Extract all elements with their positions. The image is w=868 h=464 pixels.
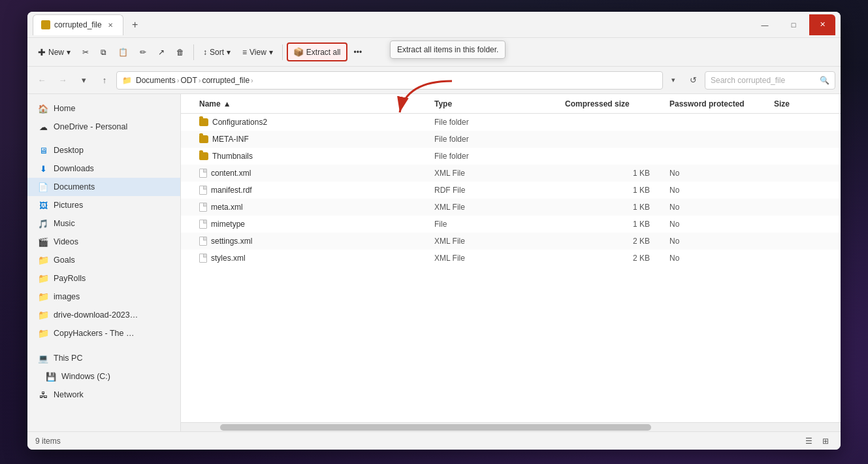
- breadcrumb-sep-3: ›: [251, 76, 253, 84]
- network-icon: 🖧: [38, 389, 48, 400]
- breadcrumb-item-1[interactable]: Documents: [136, 76, 176, 85]
- file-compressed-cell: 1 KB: [565, 220, 669, 229]
- file-type-cell: File folder: [434, 152, 565, 161]
- window-controls: — □ ✕: [752, 14, 835, 35]
- sort-icon: ↕: [203, 48, 207, 57]
- table-row[interactable]: settings.xml XML File 2 KB No: [181, 233, 841, 250]
- extract-all-button[interactable]: 📦 Extract all: [287, 42, 347, 61]
- sidebar-item-videos[interactable]: 🎬 Videos 📌: [27, 233, 180, 251]
- address-bar: ← → ▾ ↑ 📁 Documents › ODT › corrupted_fi…: [27, 67, 841, 94]
- table-row[interactable]: META-INF File folder: [181, 131, 841, 148]
- file-password-cell: No: [669, 220, 774, 229]
- table-row[interactable]: styles.xml XML File 2 KB No: [181, 250, 841, 267]
- sidebar-item-network[interactable]: 🖧 Network: [27, 386, 180, 404]
- table-row[interactable]: manifest.rdf RDF File 1 KB No: [181, 182, 841, 199]
- sidebar-item-pictures[interactable]: 🖼 Pictures 📌: [27, 196, 180, 214]
- file-type-cell: XML File: [434, 203, 565, 212]
- address-dropdown[interactable]: ▾: [666, 71, 681, 90]
- sort-button[interactable]: ↕ Sort ▾: [198, 44, 236, 60]
- delete-button[interactable]: 🗑: [171, 44, 189, 60]
- sort-dropdown-icon: ▾: [227, 48, 231, 57]
- sidebar-item-downloads[interactable]: ⬇ Downloads 📌: [27, 159, 180, 178]
- sidebar-item-onedrive[interactable]: ☁ OneDrive - Personal: [27, 118, 180, 136]
- search-bar[interactable]: Search corrupted_file 🔍: [705, 71, 835, 90]
- file-type-cell: File folder: [434, 135, 565, 144]
- file-icon: [199, 220, 207, 229]
- extract-icon: 📦: [293, 47, 304, 57]
- maximize-button[interactable]: □: [780, 14, 807, 35]
- sidebar-item-goals[interactable]: 📁 Goals 📌: [27, 251, 180, 269]
- recent-button[interactable]: ▾: [74, 71, 93, 90]
- scrollbar-thumb[interactable]: [220, 424, 651, 431]
- col-size-header[interactable]: Size: [774, 99, 835, 108]
- col-name-header[interactable]: Name ▲: [186, 99, 434, 108]
- file-password-cell: No: [669, 169, 774, 178]
- file-name-cell: Thumbnails: [186, 152, 434, 161]
- new-tab-button[interactable]: +: [126, 16, 144, 34]
- table-row[interactable]: Configurations2 File folder: [181, 114, 841, 131]
- file-name-cell: meta.xml: [186, 203, 434, 212]
- new-button[interactable]: ✚ New ▾: [33, 44, 76, 61]
- extract-all-label: Extract all: [306, 48, 341, 57]
- documents-icon: 📄: [38, 182, 48, 192]
- sidebar-item-home[interactable]: 🏠 Home: [27, 99, 180, 118]
- sidebar: 🏠 Home ☁ OneDrive - Personal 🖥 Desktop 📌…: [27, 94, 181, 431]
- close-window-button[interactable]: ✕: [809, 14, 835, 35]
- title-bar: corrupted_file ✕ + — □ ✕: [27, 12, 841, 38]
- col-type-header[interactable]: Type: [434, 99, 565, 108]
- paste-button[interactable]: 📋: [113, 44, 133, 60]
- file-type-cell: XML File: [434, 169, 565, 178]
- table-row[interactable]: content.xml XML File 1 KB No: [181, 165, 841, 182]
- sidebar-item-copyhackers[interactable]: 📁 CopyHackers - The Convers: [27, 324, 180, 342]
- grid-view-toggle[interactable]: ⊞: [818, 435, 833, 448]
- rename-button[interactable]: ✏: [135, 44, 152, 60]
- payrolls-folder-icon: 📁: [38, 273, 48, 284]
- refresh-button[interactable]: ↺: [684, 71, 702, 90]
- sidebar-item-drive-download[interactable]: 📁 drive-download-20230724T: [27, 306, 180, 324]
- list-view-icon: ☰: [805, 437, 812, 446]
- view-toggle-group: ☰ ⊞: [801, 435, 833, 448]
- sort-indicator: ▲: [223, 99, 231, 108]
- more-button[interactable]: •••: [349, 44, 368, 60]
- up-button[interactable]: ↑: [95, 71, 114, 90]
- sidebar-item-pictures-label: Pictures: [54, 201, 83, 210]
- back-button[interactable]: ←: [33, 71, 51, 90]
- delete-icon: 🗑: [176, 48, 184, 57]
- sidebar-item-images[interactable]: 📁 images: [27, 288, 180, 306]
- folder-icon: [199, 135, 208, 143]
- sidebar-item-desktop[interactable]: 🖥 Desktop 📌: [27, 141, 180, 159]
- item-count: 9 items: [35, 437, 61, 446]
- forward-button[interactable]: →: [54, 71, 72, 90]
- active-tab[interactable]: corrupted_file ✕: [33, 14, 123, 35]
- breadcrumb-bar: 📁 Documents › ODT › corrupted_file ›: [116, 71, 663, 90]
- table-row[interactable]: Thumbnails File folder: [181, 148, 841, 165]
- table-row[interactable]: meta.xml XML File 1 KB No: [181, 199, 841, 216]
- cut-button[interactable]: ✂: [77, 44, 94, 60]
- folder-icon: [199, 118, 208, 126]
- list-view-toggle[interactable]: ☰: [801, 435, 816, 448]
- breadcrumb-folder-icon: 📁: [122, 76, 132, 85]
- sidebar-item-music[interactable]: 🎵 Music 📌: [27, 214, 180, 233]
- breadcrumb-item-2[interactable]: ODT: [180, 76, 197, 85]
- tab-close-button[interactable]: ✕: [106, 20, 115, 29]
- more-icon: •••: [354, 48, 362, 57]
- view-button[interactable]: ≡ View ▾: [237, 44, 278, 60]
- videos-icon: 🎬: [38, 237, 48, 247]
- breadcrumb-item-3[interactable]: corrupted_file: [202, 76, 249, 85]
- horizontal-scrollbar[interactable]: [181, 422, 841, 431]
- share-button[interactable]: ↗: [153, 44, 170, 60]
- tab-container: corrupted_file ✕ +: [33, 14, 752, 35]
- tab-title: corrupted_file: [54, 20, 102, 29]
- col-compressed-header[interactable]: Compressed size: [565, 99, 669, 108]
- minimize-button[interactable]: —: [752, 14, 778, 35]
- sidebar-item-payrolls[interactable]: 📁 PayRolls 📌: [27, 269, 180, 288]
- col-password-header[interactable]: Password protected: [669, 99, 774, 108]
- sidebar-item-home-label: Home: [54, 104, 75, 113]
- sidebar-item-this-pc[interactable]: 💻 This PC: [27, 349, 180, 367]
- images-folder-icon: 📁: [38, 291, 48, 302]
- sidebar-item-documents[interactable]: 📄 Documents 📌: [27, 178, 180, 196]
- table-row[interactable]: mimetype File 1 KB No: [181, 216, 841, 233]
- rename-icon: ✏: [140, 48, 146, 57]
- sidebar-item-windows-c[interactable]: 💾 Windows (C:): [27, 367, 180, 386]
- copy-button[interactable]: ⧉: [95, 44, 112, 60]
